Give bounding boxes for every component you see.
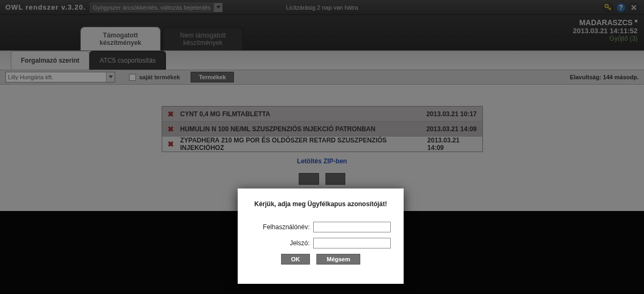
product-time: 2013.03.21 14:09 <box>427 137 476 152</box>
product-name: HUMULIN N 100 NE/ML SZUSZPENZIÓS INJEKCI… <box>180 125 376 133</box>
top-bar: OWL rendszer v.3.20. Gyógyszer árcsökken… <box>0 0 644 15</box>
table-row[interactable]: ✖ CYNT 0,4 MG FILMTABLETTA 2013.03.21 10… <box>162 107 482 122</box>
delete-icon[interactable]: ✖ <box>168 125 174 133</box>
collector-link[interactable]: Gyűjtő (3) <box>573 35 638 42</box>
hidden-button-2[interactable] <box>325 173 345 185</box>
product-name: ZYPADHERA 210 MG POR ÉS OLDÓSZER RETARD … <box>180 137 428 152</box>
subtab-distributor[interactable]: Forgalmazó szerint <box>11 51 89 70</box>
help-icon[interactable]: ? <box>616 3 626 12</box>
module-select-label: Gyógyszer árcsökkentés, változás bejelen… <box>93 4 210 11</box>
product-name: CYNT 0,4 MG FILMTABLETTA <box>180 110 270 118</box>
table-row[interactable]: ✖ ZYPADHERA 210 MG POR ÉS OLDÓSZER RETAR… <box>162 137 482 152</box>
own-products-label: saját termékek <box>139 74 180 80</box>
close-icon[interactable] <box>629 3 639 12</box>
key-icon[interactable] <box>603 3 613 12</box>
staleness-label: Elavultság: 144 másodp. <box>570 74 639 80</box>
products-button[interactable]: Termékek <box>191 72 234 82</box>
password-label: Jelszó: <box>251 239 310 247</box>
product-table: ✖ CYNT 0,4 MG FILMTABLETTA 2013.03.21 10… <box>162 106 483 152</box>
login-dialog: Kérjük, adja meg Ügyfélkapus azonosítójá… <box>238 189 404 284</box>
hidden-button-1[interactable] <box>299 173 319 185</box>
table-row[interactable]: ✖ HUMULIN N 100 NE/ML SZUSZPENZIÓS INJEK… <box>162 122 482 137</box>
status-message: Licitzárásig 2 nap van hátra <box>286 4 358 11</box>
subtab-atc5[interactable]: ATC5 csoportosítás <box>89 51 165 70</box>
module-select[interactable]: Gyógyszer árcsökkentés, változás bejelen… <box>90 3 223 12</box>
own-products-checkbox[interactable] <box>129 74 136 81</box>
product-time: 2013.03.21 14:09 <box>426 125 476 133</box>
cancel-button[interactable]: Mégsem <box>316 254 360 265</box>
user-name: MADARASZCS <box>579 18 633 27</box>
filter-row: Lilly Hungária kft. saját termékek Termé… <box>0 70 644 85</box>
username-input[interactable] <box>313 222 391 232</box>
password-input[interactable] <box>313 238 391 248</box>
download-zip-link[interactable]: Letöltés ZIP-ben <box>0 157 644 165</box>
distributor-combo[interactable]: Lilly Hungária kft. <box>5 72 115 82</box>
dialog-title: Kérjük, adja meg Ügyfélkapus azonosítójá… <box>248 200 393 208</box>
app-title: OWL rendszer v.3.20. <box>5 3 86 11</box>
svg-marker-2 <box>109 76 113 78</box>
username-label: Felhasználónév: <box>251 223 310 231</box>
tab-unsupported[interactable]: Nem támogatott készítmények <box>163 27 243 50</box>
svg-marker-0 <box>216 6 221 9</box>
main-panel: Forgalmazó szerint ATC5 csoportosítás Li… <box>0 50 644 211</box>
tab-supported[interactable]: Támogatott készítmények <box>80 27 161 50</box>
chevron-down-icon[interactable] <box>214 3 222 12</box>
current-time: 2013.03.21 14:11:52 <box>573 27 638 35</box>
chevron-down-icon[interactable] <box>106 72 115 82</box>
header-area: Támogatott készítmények Nem támogatott k… <box>0 15 644 50</box>
delete-icon[interactable]: ✖ <box>168 140 174 148</box>
product-time: 2013.03.21 10:17 <box>426 110 476 118</box>
distributor-combo-label: Lilly Hungária kft. <box>8 74 53 80</box>
ok-button[interactable]: OK <box>281 254 310 265</box>
user-indicator-icon: ■ <box>635 18 638 24</box>
delete-icon[interactable]: ✖ <box>168 110 174 118</box>
user-info: MADARASZCS ■ 2013.03.21 14:11:52 Gyűjtő … <box>573 18 638 42</box>
